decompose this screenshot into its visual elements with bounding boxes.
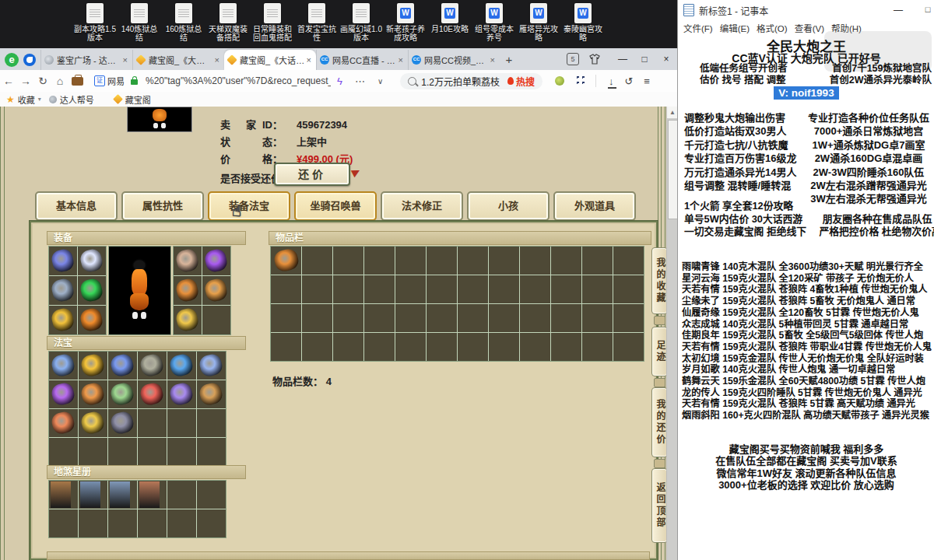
item-slot[interactable] bbox=[333, 247, 363, 275]
item-slot[interactable] bbox=[364, 275, 395, 303]
item-slot[interactable] bbox=[395, 275, 426, 303]
address-url[interactable]: %20"tag"%3A%20"user"%7D&reco_request_id=… bbox=[146, 75, 331, 86]
back-icon[interactable]: ← bbox=[0, 75, 17, 87]
item-slot[interactable] bbox=[138, 409, 167, 437]
workspace-icon[interactable] bbox=[72, 77, 83, 86]
side-button-足迹[interactable]: 足迹 bbox=[651, 327, 668, 376]
item-slot[interactable] bbox=[49, 380, 78, 408]
item-slot[interactable] bbox=[364, 333, 395, 361]
desktop-icon[interactable]: 首发宝宝抗性 bbox=[296, 2, 338, 48]
maximize-button[interactable]: □ bbox=[634, 48, 655, 70]
item-slot[interactable] bbox=[78, 306, 106, 334]
item-slot[interactable] bbox=[197, 509, 226, 537]
refresh-icon[interactable]: ↻ bbox=[34, 75, 51, 87]
download-icon[interactable]: ↓ bbox=[609, 75, 614, 87]
item-slot[interactable] bbox=[520, 333, 550, 361]
item-slot[interactable] bbox=[108, 380, 137, 408]
item-slot[interactable] bbox=[489, 333, 519, 361]
item-slot[interactable] bbox=[582, 275, 613, 303]
desktop-icon[interactable]: 140炼狱总结 bbox=[118, 2, 160, 48]
item-slot[interactable] bbox=[79, 481, 107, 509]
item-slot[interactable] bbox=[167, 481, 196, 509]
item-slot[interactable] bbox=[202, 247, 230, 275]
browser-tab[interactable]: 藏宝阁_《大话西游× bbox=[132, 50, 224, 70]
browser-tab[interactable]: 网易CC视频_游戏× bbox=[408, 50, 500, 70]
desktop-icon[interactable]: 画魇幻域1.0版本 bbox=[340, 2, 382, 48]
item-slot[interactable] bbox=[49, 306, 77, 334]
detail-tab-小孩[interactable]: 小孩 bbox=[467, 191, 550, 221]
item-slot[interactable] bbox=[427, 247, 457, 275]
favorites-label[interactable]: 收藏 bbox=[18, 93, 35, 106]
more-dots-icon[interactable]: ⋯ bbox=[355, 75, 365, 87]
item-slot[interactable] bbox=[458, 247, 488, 275]
item-slot[interactable] bbox=[174, 306, 202, 334]
item-slot[interactable] bbox=[79, 438, 107, 466]
item-slot[interactable] bbox=[551, 304, 581, 332]
site-credential-chip[interactable]: 证 网易 bbox=[94, 75, 125, 87]
tab-close-icon[interactable]: × bbox=[489, 55, 497, 65]
item-slot[interactable] bbox=[582, 304, 613, 332]
item-slot[interactable] bbox=[520, 275, 550, 303]
theme-shirt-icon[interactable] bbox=[588, 54, 601, 65]
item-slot[interactable] bbox=[49, 409, 78, 437]
tab-close-icon[interactable]: × bbox=[397, 55, 405, 65]
desktop-icon[interactable]: 日常睡装和回血鬼搭配 bbox=[251, 2, 293, 48]
desktop-icon[interactable]: W新老孩子养成攻略 bbox=[384, 2, 427, 48]
home-icon[interactable]: ⌂ bbox=[51, 75, 68, 87]
item-slot[interactable] bbox=[364, 304, 395, 332]
item-slot[interactable] bbox=[197, 380, 226, 408]
item-slot[interactable] bbox=[49, 481, 78, 509]
desktop-icon[interactable]: W雁塔异光攻略 bbox=[518, 2, 560, 48]
side-button-我的还价[interactable]: 我的还价 bbox=[651, 387, 668, 457]
bargain-button[interactable]: 还价 bbox=[274, 163, 350, 186]
item-slot[interactable] bbox=[458, 304, 488, 332]
item-slot[interactable] bbox=[167, 438, 196, 466]
item-slot[interactable] bbox=[108, 481, 137, 509]
detail-tab-法术修正[interactable]: 法术修正 bbox=[381, 191, 463, 221]
apps-grid-icon[interactable] bbox=[575, 76, 585, 86]
bookmark-item[interactable]: 藏宝阁 bbox=[114, 93, 151, 106]
tab-close-icon[interactable]: × bbox=[213, 55, 221, 65]
menu-icon[interactable]: ≡ bbox=[644, 75, 650, 87]
scroll-thumb[interactable] bbox=[668, 120, 677, 219]
browser-tab[interactable]: 鉴宝广场 - 达人帮× bbox=[40, 50, 132, 70]
item-slot[interactable] bbox=[302, 247, 332, 275]
item-slot[interactable] bbox=[79, 352, 107, 380]
item-slot[interactable] bbox=[167, 380, 196, 408]
item-slot[interactable] bbox=[333, 304, 363, 332]
plugin-dot-icon[interactable] bbox=[555, 76, 564, 86]
detail-tab-属性抗性[interactable]: 属性抗性 bbox=[121, 191, 204, 221]
desktop-icon[interactable]: W秦陵幽宫攻略 bbox=[562, 2, 604, 48]
minimize-button[interactable]: — bbox=[612, 48, 634, 70]
item-slot[interactable] bbox=[49, 352, 78, 380]
item-slot[interactable] bbox=[138, 481, 167, 509]
item-slot[interactable] bbox=[489, 275, 519, 303]
forward-icon[interactable]: → bbox=[17, 75, 34, 87]
browser-tab[interactable]: 藏宝阁_《大话西游× bbox=[224, 50, 316, 70]
item-slot[interactable] bbox=[427, 333, 457, 361]
favorites-star-icon[interactable]: ★ bbox=[6, 94, 15, 105]
item-slot[interactable] bbox=[613, 275, 644, 303]
item-slot[interactable] bbox=[551, 275, 581, 303]
browser-logo-icon[interactable]: e bbox=[5, 53, 19, 67]
item-slot[interactable] bbox=[108, 352, 137, 380]
item-slot[interactable] bbox=[138, 509, 167, 537]
item-slot[interactable] bbox=[138, 352, 167, 380]
bookmark-item[interactable]: 达人帮号 bbox=[49, 93, 94, 106]
search-box[interactable]: 1.2万元拍单颗荔枝 热搜 bbox=[400, 73, 542, 89]
notepad-menu-文件(F)[interactable]: 文件(F) bbox=[683, 22, 713, 34]
item-slot[interactable] bbox=[395, 333, 426, 361]
browser-tab[interactable]: 网易CC直播 - 大型× bbox=[316, 50, 408, 70]
close-button[interactable]: × bbox=[655, 48, 677, 70]
favorites-caret-icon[interactable]: ▾ bbox=[38, 96, 41, 103]
item-slot[interactable] bbox=[108, 509, 137, 537]
tab-close-icon[interactable]: × bbox=[305, 55, 313, 65]
dropdown-chevron-icon[interactable]: ∨ bbox=[377, 77, 383, 86]
page-scrollbar[interactable]: ▲ bbox=[666, 107, 677, 560]
desktop-icon[interactable]: 天梯双魔装备搭配 bbox=[207, 2, 249, 48]
item-slot[interactable] bbox=[613, 304, 644, 332]
desktop-icon[interactable]: 副本攻略1.5版本 bbox=[74, 2, 116, 48]
notepad-menu-查看(V)[interactable]: 查看(V) bbox=[795, 22, 824, 34]
item-slot[interactable] bbox=[167, 352, 196, 380]
item-slot[interactable] bbox=[613, 247, 644, 275]
